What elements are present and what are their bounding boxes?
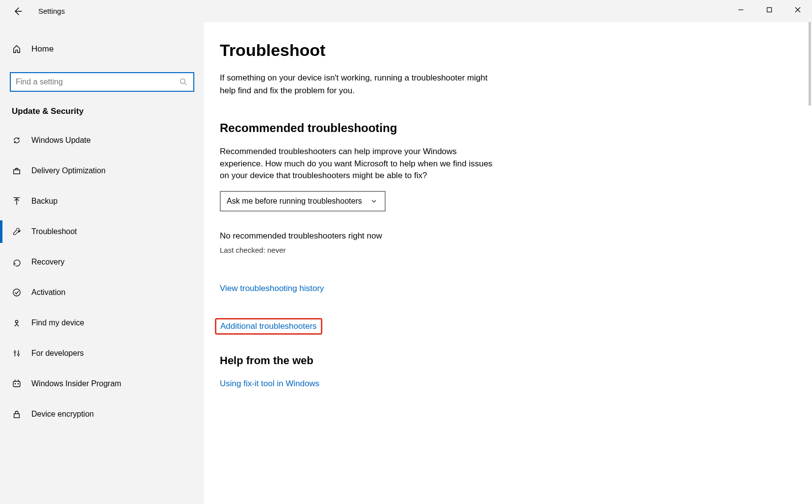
back-button[interactable] [11,4,25,18]
sidebar-item-label: Delivery Optimization [31,166,105,175]
recommended-heading: Recommended troubleshooting [220,121,495,135]
svg-rect-6 [14,170,20,174]
sidebar-item-label: Windows Update [31,136,91,145]
sidebar-item-troubleshoot[interactable]: Troubleshoot [0,216,204,247]
sidebar: Home Update & Security Windows Update De… [0,22,204,504]
sidebar-item-backup[interactable]: Backup [0,186,204,216]
sidebar-section-title: Update & Security [0,104,204,125]
check-circle-icon [12,288,22,297]
svg-point-13 [14,351,16,353]
highlight-annotation: Additional troubleshooters [215,318,322,335]
minimize-icon [738,7,744,13]
help-heading: Help from the web [220,354,495,367]
sidebar-item-label: Backup [31,197,57,206]
sidebar-item-label: Device encryption [31,410,94,419]
additional-troubleshooters-link[interactable]: Additional troubleshooters [220,321,317,331]
view-history-link[interactable]: View troubleshooting history [220,284,324,293]
maximize-icon [766,7,772,13]
close-icon [795,7,801,13]
svg-point-14 [18,354,20,356]
maximize-button[interactable] [755,0,784,20]
minimize-button[interactable] [727,0,755,20]
arrow-left-icon [13,6,23,16]
scrollbar-thumb[interactable] [809,22,811,106]
svg-line-5 [184,83,186,85]
backup-icon [12,196,22,206]
svg-point-10 [15,320,18,323]
title-bar: Settings [0,0,812,22]
recommended-description: Recommended troubleshooters can help imp… [220,146,495,182]
svg-point-17 [18,383,19,385]
intro-text: If something on your device isn't workin… [220,72,495,97]
svg-rect-15 [13,381,20,387]
window-title: Settings [38,7,65,15]
sidebar-item-label: Activation [31,288,65,297]
dropdown-value: Ask me before running troubleshooters [227,197,362,206]
sidebar-item-device-encryption[interactable]: Device encryption [0,399,204,429]
search-box[interactable] [10,72,194,92]
sidebar-item-windows-insider[interactable]: Windows Insider Program [0,369,204,399]
home-link[interactable]: Home [0,37,204,61]
sync-icon [12,135,22,145]
sidebar-item-for-developers[interactable]: For developers [0,338,204,369]
sidebar-item-label: Recovery [31,258,65,266]
help-link-fixit[interactable]: Using fix-it tool in Windows [220,379,319,389]
insider-icon [12,379,22,389]
sidebar-item-activation[interactable]: Activation [0,277,204,308]
page-title: Troubleshoot [220,41,495,60]
window-controls [727,0,812,20]
sidebar-item-windows-update[interactable]: Windows Update [0,125,204,156]
developers-icon [12,348,22,358]
recovery-icon [12,257,22,267]
search-icon [179,77,188,87]
sidebar-item-label: For developers [31,349,84,358]
troubleshoot-preference-dropdown[interactable]: Ask me before running troubleshooters [220,191,386,212]
home-icon [12,44,22,54]
chevron-down-icon [369,196,379,206]
lock-icon [12,409,22,419]
svg-rect-1 [767,8,772,12]
sidebar-item-label: Troubleshoot [31,227,77,236]
status-text: No recommended troubleshooters right now [220,231,495,241]
sidebar-item-delivery-optimization[interactable]: Delivery Optimization [0,156,204,186]
delivery-icon [12,166,22,176]
last-checked-text: Last checked: never [220,246,495,254]
close-button[interactable] [784,0,812,20]
location-icon [12,318,22,328]
sidebar-item-label: Windows Insider Program [31,379,121,388]
wrench-icon [12,227,22,237]
search-input[interactable] [16,78,179,86]
home-label: Home [31,44,53,54]
main-content: Troubleshoot If something on your device… [204,22,812,504]
svg-point-16 [15,383,16,385]
sidebar-item-recovery[interactable]: Recovery [0,247,204,277]
sidebar-item-find-my-device[interactable]: Find my device [0,308,204,338]
svg-point-4 [181,79,185,84]
svg-point-9 [13,289,20,296]
svg-rect-18 [14,414,20,418]
sidebar-item-label: Find my device [31,318,84,327]
